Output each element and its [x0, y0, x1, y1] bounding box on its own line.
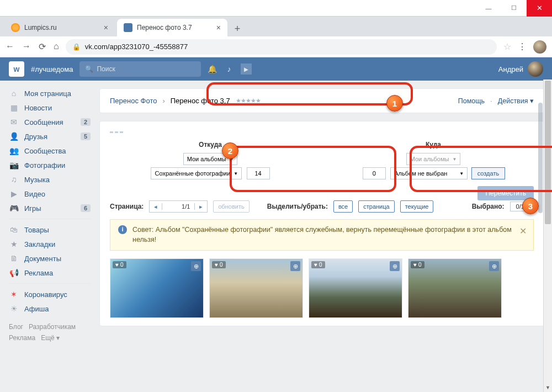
create-album-button[interactable]: создать — [471, 167, 505, 179]
player-icon[interactable]: ▶ — [241, 63, 252, 75]
browser-tab-active[interactable]: Перенос фото 3.7 × — [117, 19, 227, 36]
select-page-button[interactable]: страница — [358, 200, 394, 213]
photo-thumbnail[interactable]: ♥0 ⊕ — [209, 258, 303, 318]
new-tab-button[interactable]: + — [230, 21, 245, 36]
to-panel: Куда Мои альбомы▼ 0 Альбом не выбран▼ со… — [333, 141, 534, 181]
browser-menu-icon[interactable]: ⋮ — [518, 41, 527, 52]
annotation-marker: 3 — [522, 198, 539, 214]
zoom-icon[interactable]: ⊕ — [290, 261, 300, 271]
refresh-button[interactable]: обновить — [213, 200, 249, 213]
footer-link[interactable]: Реклама — [9, 334, 35, 342]
communities-icon: 👥 — [9, 146, 19, 155]
back-button[interactable]: ← — [6, 41, 14, 52]
zoom-icon[interactable]: ⊕ — [390, 261, 400, 271]
tip-text: Совет: Альбом "Сохранённые фотографии" я… — [132, 225, 526, 245]
vk-user-menu[interactable]: Андрей — [498, 61, 543, 77]
forward-button[interactable]: → — [22, 41, 31, 52]
bookmark-icon[interactable]: ☆ — [503, 41, 511, 52]
footer-link[interactable]: Ещё — [41, 334, 55, 342]
move-button[interactable]: Переместить — [477, 186, 534, 200]
like-badge[interactable]: ♥0 — [311, 261, 325, 268]
breadcrumb-root[interactable]: Перенос Фото — [110, 97, 157, 105]
annotation-marker: 2 — [222, 142, 238, 159]
tab-close-icon[interactable]: × — [216, 23, 221, 32]
browser-scrollbar[interactable]: ▲ ▼ — [543, 80, 552, 392]
vk-search-input[interactable]: 🔍 Поиск — [79, 61, 201, 77]
sidebar-item-covid[interactable]: ✶Коронавирус — [0, 287, 99, 301]
select-current-button[interactable]: текущие — [400, 200, 434, 213]
vk-logo-icon[interactable]: w — [9, 61, 24, 77]
to-album-select[interactable]: Альбом не выбран▼ — [390, 167, 468, 179]
from-panel: Откуда Мои альбомы▼ Сохранённые фотограф… — [110, 141, 311, 181]
footer-link[interactable]: Разработчикам — [29, 323, 76, 331]
sidebar-item-video[interactable]: ▶Видео — [0, 187, 99, 201]
pager-prev-button[interactable]: ◂ — [150, 203, 162, 210]
profile-avatar-icon[interactable] — [533, 40, 546, 54]
sidebar-item-my-page[interactable]: ⌂Моя страница — [0, 86, 99, 100]
zoom-icon[interactable]: ⊕ — [489, 261, 499, 271]
actions-dropdown[interactable]: Действия ▾ — [498, 97, 534, 105]
window-close-button[interactable]: ✕ — [527, 0, 552, 17]
heart-icon: ♥ — [115, 262, 119, 268]
sidebar-item-music[interactable]: ♫Музыка — [0, 172, 99, 187]
url-text: vk.com/app3231070_-45558877 — [85, 43, 188, 51]
sidebar-footer: Блог Разработчикам Реклама Ещё ▾ — [0, 316, 99, 349]
browser-tab-lumpics[interactable]: Lumpics.ru × — [4, 19, 115, 36]
sidebar-item-news[interactable]: ▦Новости — [0, 100, 99, 115]
window-maximize-button[interactable]: ☐ — [501, 0, 527, 17]
search-placeholder: Поиск — [97, 65, 115, 73]
reload-button[interactable]: ⟳ — [39, 41, 46, 52]
sidebar-item-communities[interactable]: 👥Сообщества — [0, 144, 99, 158]
like-badge[interactable]: ♥0 — [411, 261, 424, 268]
sidebar-item-events[interactable]: ☀Афиша — [0, 301, 99, 316]
chevron-right-icon: › — [162, 97, 164, 105]
browser-tab-strip: Lumpics.ru × Перенос фото 3.7 × + — [0, 17, 552, 36]
window-titlebar: — ☐ ✕ — [0, 0, 552, 17]
address-bar[interactable]: 🔒 vk.com/app3231070_-45558877 — [66, 39, 497, 55]
to-source-select[interactable]: Мои альбомы▼ — [406, 153, 461, 165]
app-body-card: Откуда Мои альбомы▼ Сохранённые фотограф… — [99, 121, 544, 326]
vk-sidebar: ⌂Моя страница ▦Новости ✉Сообщения2 👤Друз… — [0, 81, 99, 392]
sidebar-item-docs[interactable]: 🗎Документы — [0, 251, 99, 266]
video-icon: ▶ — [9, 189, 19, 198]
zoom-icon[interactable]: ⊕ — [191, 261, 201, 271]
page-scrollbar[interactable] — [538, 103, 543, 392]
rating-stars-icon[interactable]: ★★★★★ — [236, 97, 261, 104]
selected-label: Выбрано: — [472, 203, 505, 210]
vk-main-content: 1 2 3 Перенос Фото › Перенос фото 3.7 ★★… — [99, 81, 552, 392]
like-badge[interactable]: ♥0 — [212, 261, 226, 268]
photo-thumbnail[interactable]: ♥0 ⊕ — [408, 258, 502, 318]
select-label: Выделить/убрать: — [267, 203, 328, 210]
app-header-card: Перенос Фото › Перенос фото 3.7 ★★★★★ По… — [99, 88, 544, 113]
photo-thumbnail[interactable]: ♥0 ⊕ — [309, 258, 402, 318]
divider — [9, 219, 91, 219]
scroll-down-icon[interactable]: ▼ — [544, 383, 552, 392]
sidebar-item-ads[interactable]: 📢Реклама — [0, 266, 99, 280]
select-all-button[interactable]: все — [333, 200, 353, 213]
like-badge[interactable]: ♥0 — [113, 261, 126, 268]
help-link[interactable]: Помощь — [458, 97, 485, 105]
camera-icon: 📷 — [9, 161, 19, 169]
sidebar-item-games[interactable]: 🎮Игры6 — [0, 201, 99, 215]
pager-next-button[interactable]: ▸ — [195, 203, 207, 210]
tip-close-button[interactable]: ✕ — [519, 225, 527, 237]
sidebar-item-photos[interactable]: 📷Фотографии — [0, 158, 99, 172]
notifications-icon[interactable]: 🔔 — [208, 65, 217, 73]
sidebar-item-friends[interactable]: 👤Друзья5 — [0, 129, 99, 144]
file-icon: 🗎 — [9, 254, 19, 263]
from-album-select[interactable]: Сохранённые фотографии▼ — [151, 167, 242, 179]
music-icon[interactable]: ♪ — [227, 65, 231, 73]
tab-close-icon[interactable]: × — [104, 23, 108, 32]
tip-banner: i Совет: Альбом "Сохранённые фотографии"… — [110, 219, 534, 251]
scrollbar-thumb[interactable] — [545, 81, 551, 224]
scrollbar-thumb[interactable] — [538, 103, 543, 213]
photo-thumbnail[interactable]: ♥0 ⊕ — [110, 258, 204, 318]
vk-hashtag[interactable]: #лучшедома — [31, 65, 73, 73]
footer-link[interactable]: Блог — [9, 323, 23, 331]
sidebar-item-bookmarks[interactable]: ★Закладки — [0, 237, 99, 251]
sidebar-item-market[interactable]: 🛍Товары — [0, 223, 99, 237]
home-button[interactable]: ⌂ — [54, 41, 59, 52]
sidebar-item-messages[interactable]: ✉Сообщения2 — [0, 115, 99, 129]
window-minimize-button[interactable]: — — [476, 0, 501, 17]
to-title: Куда — [333, 141, 534, 149]
